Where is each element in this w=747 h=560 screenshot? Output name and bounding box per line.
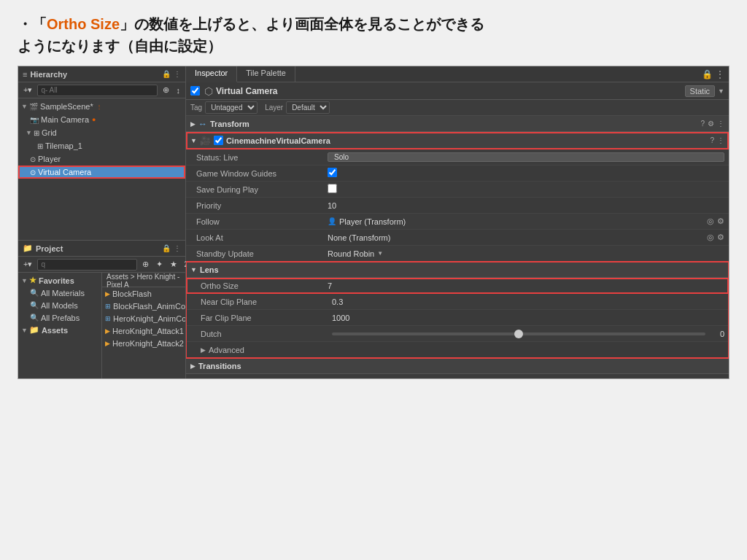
asset-heroknight-attack1[interactable]: ▶ HeroKnight_Attack1 xyxy=(102,324,185,337)
lens-section: ▼ Lens Ortho Size 7 Near Clip Plane 0.3 … xyxy=(186,262,729,358)
project-filter1-button[interactable]: ⊕ xyxy=(140,259,151,270)
far-clip-value[interactable]: 1000 xyxy=(332,314,724,322)
lens-label: Lens xyxy=(200,265,724,274)
target-icon[interactable]: ◎ xyxy=(707,233,714,242)
lens-section-header[interactable]: ▼ Lens xyxy=(186,262,729,278)
project-add-button[interactable]: +▾ xyxy=(21,259,34,270)
arrow-right-icon: ▶ xyxy=(190,120,196,128)
settings-icon: ⚙ xyxy=(708,120,714,128)
project-folder-icon: 📁 xyxy=(23,244,33,253)
top-text-prefix: ・「 xyxy=(18,16,47,32)
follow-action-icons: ◎ ⚙ xyxy=(707,217,724,226)
hierarchy-sort-button[interactable]: ↕ xyxy=(174,85,183,96)
asset-label: BlockFlash_AnimControl xyxy=(113,302,185,311)
tab-inspector[interactable]: Inspector xyxy=(186,66,237,82)
settings-icon[interactable]: ⚙ xyxy=(717,233,724,242)
anim-icon: ▶ xyxy=(105,327,110,335)
transform-section-header[interactable]: ▶ ↔ Transform ? ⚙ ⋮ xyxy=(186,116,729,132)
arrow-down-icon: ▼ xyxy=(21,103,28,110)
dropdown-arrow-icon: ▼ xyxy=(377,250,383,257)
asset-blockflash-animctrl[interactable]: ⊞ BlockFlash_AnimControl xyxy=(102,300,185,312)
inspector-tab-icons: 🔒 ⋮ xyxy=(697,66,729,82)
standby-label: Standby Update xyxy=(196,249,328,258)
prop-follow: Follow 👤 Player (Transform) ◎ ⚙ xyxy=(186,214,729,230)
lock-icon: 🔒 xyxy=(162,244,171,252)
lock-icon: 🔒 xyxy=(702,69,713,79)
options-icon: ⋮ xyxy=(96,104,102,110)
transitions-section-header[interactable]: ▶ Transitions xyxy=(186,358,729,374)
hierarchy-filter-button[interactable]: ⊕ xyxy=(160,85,171,96)
settings-icon[interactable]: ⚙ xyxy=(717,217,724,226)
project-search-input[interactable] xyxy=(37,259,137,271)
sdp-checkbox[interactable] xyxy=(328,184,337,193)
ortho-label: Ortho Size xyxy=(201,281,328,290)
asset-blockflash[interactable]: ▶ BlockFlash xyxy=(102,287,185,300)
project-filter3-button[interactable]: ★ xyxy=(168,259,179,270)
assets-section-header[interactable]: ▼ 📁 Assets xyxy=(18,324,101,336)
static-arrow-icon: ▼ xyxy=(718,88,724,95)
editor-container: ≡ Hierarchy 🔒 ⋮ +▾ ⊕ ↕ ▼ 🎬 SampleScene* … xyxy=(18,66,729,379)
tag-select[interactable]: Untagged xyxy=(205,101,258,114)
gwg-label: Game Window Guides xyxy=(196,169,328,178)
hierarchy-item-grid[interactable]: ▼ ⊞ Grid xyxy=(18,126,185,139)
dutch-slider-value: 0 xyxy=(710,330,724,338)
solo-button[interactable]: Solo xyxy=(328,152,724,162)
prop-ortho-size: Ortho Size 7 xyxy=(186,278,729,294)
dutch-slider-track[interactable] xyxy=(332,332,705,335)
top-text: ・「Ortho Size」の数値を上げると、より画面全体を見ることができる よう… xyxy=(0,0,747,66)
ortho-value[interactable]: 7 xyxy=(328,281,724,290)
top-text-suffix: 」の数値を上げると、より画面全体を見ることができる xyxy=(120,16,484,32)
gameobject-enabled-checkbox[interactable] xyxy=(190,86,200,96)
hierarchy-item-maincamera[interactable]: 📷 Main Camera ● xyxy=(18,113,185,126)
cinemachine-section-header[interactable]: ▼ 🎥 CinemachineVirtualCamera ? ⋮ xyxy=(186,132,729,149)
prop-advanced[interactable]: ▶ Advanced xyxy=(186,342,729,358)
inspector-content: ⬡ Virtual Camera Static ▼ Tag Untagged L… xyxy=(186,82,729,378)
arrow-right-icon: ▶ xyxy=(190,362,196,370)
hierarchy-item-samplescene[interactable]: ▼ 🎬 SampleScene* ⋮ xyxy=(18,100,185,113)
player-icon: ⊙ xyxy=(30,155,36,163)
hierarchy-item-label: Virtual Camera xyxy=(38,168,91,176)
static-button[interactable]: Static xyxy=(685,85,716,97)
tab-tile-palette[interactable]: Tile Palette xyxy=(237,66,295,82)
hierarchy-icon: ≡ xyxy=(23,70,27,79)
hierarchy-item-virtualcamera[interactable]: ⊙ Virtual Camera xyxy=(18,166,185,179)
hierarchy-item-tilemap[interactable]: ⊞ Tilemap_1 xyxy=(18,139,185,152)
follow-label: Follow xyxy=(196,217,328,226)
asset-heroknight-animctrl[interactable]: ⊞ HeroKnight_AnimControl xyxy=(102,312,185,324)
follow-player-value: 👤 Player (Transform) xyxy=(328,217,704,226)
animctrl-icon: ⊞ xyxy=(105,315,111,322)
arrow-down-icon: ▼ xyxy=(190,266,197,273)
project-title: Project xyxy=(36,244,162,253)
anim-icon: ▶ xyxy=(105,340,110,347)
help-icon: ? xyxy=(700,120,705,128)
project-all-prefabs[interactable]: 🔍 All Prefabs xyxy=(18,311,101,324)
hierarchy-add-button[interactable]: +▾ xyxy=(21,85,34,96)
cinemachine-enabled-checkbox[interactable] xyxy=(214,136,223,145)
inspector-tabs: Inspector Tile Palette 🔒 ⋮ xyxy=(186,66,729,82)
hierarchy-search-input[interactable] xyxy=(37,85,157,96)
near-clip-value[interactable]: 0.3 xyxy=(332,298,724,306)
gwg-checkbox[interactable] xyxy=(328,168,337,177)
menu-icon: ⋮ xyxy=(174,70,181,78)
target-icon[interactable]: ◎ xyxy=(707,217,714,226)
lookat-label: Look At xyxy=(196,233,328,242)
hierarchy-item-player[interactable]: ⊙ Player xyxy=(18,152,185,166)
prop-priority: Priority 10 xyxy=(186,198,729,214)
layer-select[interactable]: Default xyxy=(286,101,330,114)
project-filter2-button[interactable]: ✦ xyxy=(154,259,165,270)
tilemap-icon: ⊞ xyxy=(37,142,43,150)
standby-dropdown[interactable]: Round Robin ▼ xyxy=(328,249,724,258)
dutch-slider-thumb[interactable] xyxy=(514,330,523,338)
project-all-models[interactable]: 🔍 All Models xyxy=(18,299,101,311)
follow-player-label: Player (Transform) xyxy=(339,217,406,226)
priority-value[interactable]: 10 xyxy=(328,201,724,210)
asset-label: HeroKnight_Attack2 xyxy=(112,339,184,348)
assets-folder-icon: 📁 xyxy=(29,325,39,335)
hierarchy-header: ≡ Hierarchy 🔒 ⋮ xyxy=(18,66,185,82)
standby-value: Round Robin ▼ xyxy=(328,249,724,258)
favorites-header[interactable]: ▼ ★ Favorites xyxy=(18,274,101,287)
prop-game-window-guides: Game Window Guides xyxy=(186,166,729,182)
asset-heroknight-attack2[interactable]: ▶ HeroKnight_Attack2 xyxy=(102,337,185,349)
project-all-materials[interactable]: 🔍 All Materials xyxy=(18,287,101,299)
breadcrumb: Assets > Hero Knight - Pixel A xyxy=(102,274,185,287)
